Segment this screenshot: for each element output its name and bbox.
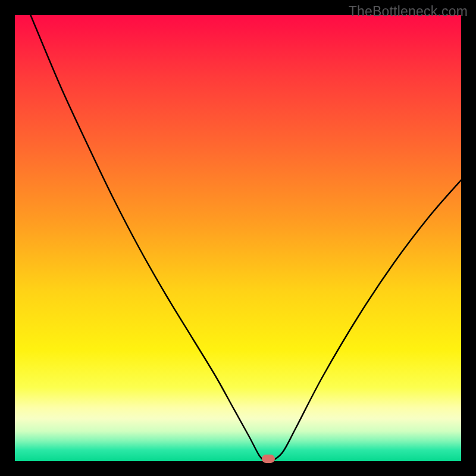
watermark-text: TheBottleneck.com bbox=[349, 4, 468, 20]
bottleneck-curve bbox=[15, 15, 461, 461]
plot-area bbox=[15, 15, 461, 461]
min-marker bbox=[262, 455, 275, 463]
chart-frame: TheBottleneck.com bbox=[0, 0, 476, 476]
